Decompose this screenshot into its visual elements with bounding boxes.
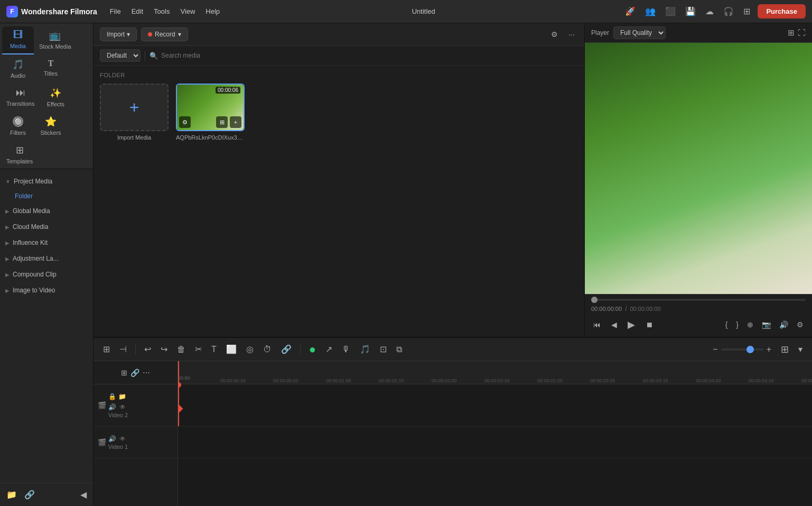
sidebar-item-influence-kit[interactable]: ▶ Influence Kit — [0, 235, 93, 251]
video2-mute-icon[interactable]: 🔊 — [108, 403, 116, 411]
timeline-playhead[interactable] — [178, 361, 179, 384]
import-button[interactable]: Import ▾ — [100, 27, 137, 41]
import-media-item[interactable]: + Import Media — [100, 84, 169, 141]
save-icon[interactable]: 💾 — [683, 4, 698, 19]
sidebar-folder-item[interactable]: Folder — [0, 189, 93, 203]
redo-icon[interactable]: ↪ — [157, 342, 171, 356]
tab-stock[interactable]: 📺 Stock Media — [35, 26, 76, 54]
add-to-timeline-icon[interactable]: ⊕ — [745, 318, 755, 331]
grid-view-icon[interactable]: ⊞ — [788, 28, 795, 38]
menu-help[interactable]: Help — [201, 5, 224, 17]
global-media-arrow: ▶ — [5, 208, 10, 214]
speed-icon[interactable]: ⏱ — [260, 343, 275, 356]
magnet-icon[interactable]: ⊣ — [116, 342, 130, 356]
quality-select[interactable]: Full Quality — [613, 26, 666, 39]
crop-icon[interactable]: ⬜ — [223, 342, 240, 356]
step-back-icon[interactable]: ⏮ — [591, 318, 603, 331]
tab-effects[interactable]: ✨ Effects — [40, 84, 71, 112]
in-point-icon[interactable]: { — [723, 318, 730, 331]
menu-view[interactable]: View — [176, 5, 199, 17]
snapshot-icon[interactable]: 📷 — [760, 318, 773, 331]
caption-icon[interactable]: ⊡ — [377, 342, 390, 356]
sidebar-item-adjustment[interactable]: ▶ Adjustment La... — [0, 251, 93, 266]
import-dropdown-icon[interactable]: ▾ — [127, 31, 130, 38]
fullscreen-icon[interactable]: ⛶ — [798, 28, 806, 38]
record-dropdown-icon[interactable]: ▾ — [178, 31, 181, 38]
tab-stickers[interactable]: ⭐ Stickers — [35, 113, 67, 140]
player-progress — [591, 299, 806, 301]
menu-tools[interactable]: Tools — [150, 5, 174, 17]
menu-file[interactable]: File — [106, 5, 125, 17]
thumb-add-to-timeline-icon[interactable]: ⊞ — [216, 116, 228, 128]
zoom-out-icon[interactable]: − — [713, 345, 717, 354]
grid-icon[interactable]: ⊞ — [741, 4, 752, 19]
color-match-icon[interactable]: ● — [306, 341, 319, 358]
record-button[interactable]: Record ▾ — [141, 27, 188, 41]
ai-audio-icon[interactable]: 🎙 — [339, 343, 353, 356]
audio-duck-icon[interactable]: 🎵 — [357, 342, 374, 356]
undo-icon[interactable]: ↩ — [141, 342, 154, 356]
link-icon[interactable]: 🔗 — [278, 342, 295, 356]
import-media-thumb[interactable]: + — [100, 84, 169, 131]
filter-icon[interactable]: ⚙ — [548, 28, 561, 41]
track-info-video2: 🔒 📁 🔊 👁 Video 2 — [108, 393, 128, 418]
delete-icon[interactable]: 🗑 — [174, 343, 189, 356]
collapse-panel-icon[interactable]: ◀ — [78, 487, 89, 502]
community-icon[interactable]: 👥 — [643, 4, 658, 19]
cut-icon[interactable]: ✂ — [192, 342, 205, 356]
cloud-icon[interactable]: ☁ — [703, 4, 716, 19]
tab-transitions-label: Transitions — [6, 100, 34, 107]
add-track-icon[interactable]: ⊞ — [100, 342, 113, 356]
link-folder-icon[interactable]: 🔗 — [22, 487, 37, 502]
add-video-track-icon[interactable]: ⊞ — [121, 369, 127, 377]
tab-audio[interactable]: 🎵 Audio — [2, 56, 34, 83]
sidebar-item-project-media[interactable]: ▼ Project Media — [0, 173, 93, 189]
import-label: Import — [107, 31, 125, 38]
sort-select[interactable]: Default — [100, 49, 141, 62]
player-progress-bar[interactable] — [591, 299, 806, 301]
stop-icon[interactable]: ⏹ — [643, 318, 655, 331]
record-dot-icon — [148, 32, 152, 36]
sidebar-item-global-media[interactable]: ▶ Global Media — [0, 203, 93, 219]
sidebar-item-image-to-video[interactable]: ▶ Image to Video — [0, 282, 93, 298]
volume-icon[interactable]: 🔊 — [777, 318, 790, 331]
tab-media[interactable]: 🎞 Media — [2, 26, 34, 54]
media-video-item[interactable]: 00:00:06 ⊞ + ⚙ AQPbRsLknP0cDIXux3GUdv... — [176, 84, 245, 141]
blend-icon[interactable]: ◎ — [243, 342, 257, 356]
add-compound-icon[interactable]: ⋯ — [143, 369, 150, 377]
tab-filters[interactable]: 🔘 Filters — [2, 113, 34, 140]
motion-icon[interactable]: ↗ — [322, 342, 335, 356]
sidebar-item-cloud-media[interactable]: ▶ Cloud Media — [0, 219, 93, 235]
thumb-settings-icon: ⚙ — [179, 116, 191, 128]
sidebar-item-compound-clip[interactable]: ▶ Compound Clip — [0, 266, 93, 282]
tab-templates[interactable]: ⊞ Templates — [2, 141, 37, 169]
timeline-settings-icon[interactable]: ▾ — [795, 342, 806, 356]
video1-mute-icon[interactable]: 🔊 — [108, 435, 116, 443]
video2-eye-icon[interactable]: 👁 — [119, 403, 126, 411]
media-video-thumb[interactable]: 00:00:06 ⊞ + ⚙ — [176, 84, 245, 131]
zoom-slider[interactable] — [721, 348, 763, 351]
search-input[interactable] — [158, 51, 578, 60]
grid-layout-icon[interactable]: ⊞ — [778, 342, 792, 357]
frame-back-icon[interactable]: ◀ — [609, 318, 619, 331]
more-options-icon[interactable]: ··· — [565, 28, 578, 41]
headphone-icon[interactable]: 🎧 — [721, 4, 736, 19]
layout-icon[interactable]: ⬛ — [663, 4, 678, 19]
tab-transitions[interactable]: ⏭ Transitions — [2, 84, 39, 112]
pip-icon[interactable]: ⧉ — [393, 343, 405, 356]
out-point-icon[interactable]: } — [734, 318, 741, 331]
play-icon[interactable]: ▶ — [626, 317, 637, 333]
settings-btn[interactable]: ⚙ — [795, 318, 806, 331]
new-folder-icon[interactable]: 📁 — [4, 487, 19, 502]
thumb-preview-icon[interactable]: + — [230, 116, 241, 128]
zoom-in-icon[interactable]: + — [767, 345, 771, 354]
video2-lock-icon[interactable]: 🔒 — [108, 393, 116, 400]
video2-folder-icon[interactable]: 📁 — [118, 393, 126, 400]
share-icon[interactable]: 🚀 — [623, 4, 638, 19]
text-icon[interactable]: T — [208, 343, 220, 356]
video1-eye-icon[interactable]: 👁 — [119, 435, 126, 443]
add-audio-track-icon[interactable]: 🔗 — [130, 369, 139, 377]
tab-titles[interactable]: T Titles — [35, 56, 67, 83]
purchase-button[interactable]: Purchase — [758, 4, 806, 19]
menu-edit[interactable]: Edit — [127, 5, 147, 17]
